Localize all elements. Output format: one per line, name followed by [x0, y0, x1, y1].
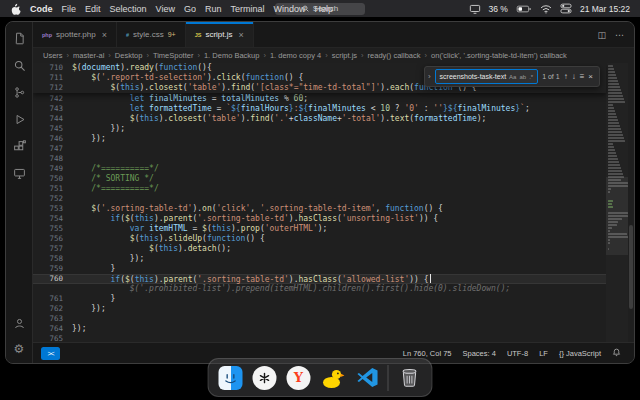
status-encoding[interactable]: UTF-8 [502, 349, 533, 358]
line-number[interactable]: 751 [33, 184, 72, 194]
line-number[interactable]: 746 [33, 134, 72, 144]
line-number[interactable] [33, 284, 72, 294]
dock-vscode-icon[interactable] [354, 365, 380, 391]
account-icon[interactable] [12, 316, 27, 331]
status-indentation[interactable]: Spaces: 4 [458, 349, 501, 358]
wifi-icon[interactable] [540, 4, 552, 14]
run-debug-icon[interactable] [12, 112, 27, 127]
code-line[interactable]: 759 } [33, 264, 606, 274]
line-number[interactable]: 762 [33, 304, 72, 314]
display-icon[interactable] [469, 4, 481, 14]
code-line[interactable]: 743 let formattedTime = `${finalHours}:$… [33, 104, 606, 114]
menu-edit[interactable]: Edit [85, 4, 101, 14]
code-line[interactable]: 757 $(this).detach(); [33, 244, 606, 254]
find-next-icon[interactable]: ↓ [572, 72, 576, 81]
menubar-clock[interactable]: 21 Mar 15:22 [580, 4, 630, 14]
tab-script.js[interactable]: JSscript.js× [186, 22, 254, 47]
line-number[interactable]: 742 [33, 94, 72, 104]
find-previous-icon[interactable]: ↑ [564, 72, 568, 81]
find-input[interactable]: screenshots-task-text Aa ab .* [435, 69, 539, 84]
code-line-ghost[interactable]: $('.prohibited-list').prepend(itemHTML).… [33, 284, 606, 294]
scrollbar-thumb[interactable] [629, 225, 633, 309]
search-icon[interactable] [12, 58, 27, 73]
line-number[interactable]: 710 [33, 63, 72, 73]
code-line[interactable]: 752 [33, 194, 606, 204]
line-number[interactable]: 761 [33, 294, 72, 304]
code-line[interactable]: 745 }); [33, 124, 606, 134]
close-icon[interactable]: × [102, 30, 107, 40]
status-cursor-position[interactable]: Ln 760, Col 75 [398, 349, 457, 358]
line-number[interactable]: 760 [33, 274, 72, 284]
menu-selection[interactable]: Selection [110, 4, 147, 14]
battery-percentage[interactable]: 36 % [489, 4, 508, 14]
status-language[interactable]: {} JavaScript [554, 349, 606, 358]
menu-run[interactable]: Run [205, 4, 222, 14]
split-editor-icon[interactable]: ◫ [597, 30, 606, 40]
control-center-icon[interactable] [560, 3, 572, 14]
settings-gear-icon[interactable]: ⚙ [12, 341, 27, 356]
line-number[interactable]: 764 [33, 324, 72, 334]
line-number[interactable]: 759 [33, 264, 72, 274]
menubar-search-field[interactable]: Search [275, 3, 365, 15]
line-number[interactable]: 754 [33, 214, 72, 224]
line-number[interactable]: 749 [33, 164, 72, 174]
line-number[interactable]: 763 [33, 314, 72, 324]
line-number[interactable]: 755 [33, 224, 72, 234]
line-number[interactable]: 745 [33, 124, 72, 134]
breadcrumb-item[interactable]: 1. demo copy 4 [270, 51, 321, 60]
code-line[interactable]: 751 /*==========*/ [33, 184, 606, 194]
dock-chatgpt-icon[interactable] [252, 365, 278, 391]
menu-view[interactable]: View [156, 4, 175, 14]
code-line[interactable]: 748 [33, 154, 606, 164]
code-line[interactable]: 747 [33, 144, 606, 154]
match-case-icon[interactable]: Aa [509, 74, 516, 80]
minimap[interactable] [606, 63, 628, 342]
code-line[interactable]: 763 [33, 314, 606, 324]
code-line[interactable]: 764}); [33, 324, 606, 334]
breadcrumb-item[interactable]: master-al [73, 51, 104, 60]
close-icon[interactable]: × [588, 72, 593, 81]
remote-indicator[interactable]: >< [41, 347, 60, 360]
dock-finder-icon[interactable] [218, 365, 244, 391]
line-number[interactable]: 712 [33, 83, 72, 93]
line-number[interactable]: 750 [33, 174, 72, 184]
code-line[interactable]: 761 } [33, 294, 606, 304]
find-query[interactable]: screenshots-task-text [440, 73, 507, 80]
remote-explorer-icon[interactable] [12, 166, 27, 181]
line-number[interactable]: 753 [33, 204, 72, 214]
line-number[interactable]: 752 [33, 194, 72, 204]
dock-yandex-browser-icon[interactable]: Y [286, 365, 312, 391]
code-line[interactable]: 750 /* SORTING */ [33, 174, 606, 184]
more-actions-icon[interactable]: ⋯ [615, 30, 624, 40]
code-line[interactable]: 765 [33, 334, 606, 342]
breadcrumb-item[interactable]: ready() callback [368, 51, 421, 60]
apple-menu-icon[interactable] [10, 3, 21, 15]
breadcrumb-item[interactable]: TimeSpotter [153, 51, 194, 60]
line-number[interactable]: 756 [33, 234, 72, 244]
line-number[interactable]: 758 [33, 254, 72, 264]
line-number[interactable]: 711 [33, 73, 72, 83]
code-line[interactable]: 762 }); [33, 304, 606, 314]
code-line[interactable]: 749 /*==========*/ [33, 164, 606, 174]
dock-trash-icon[interactable] [397, 365, 423, 391]
code-line[interactable]: 754 if($(this).parent('.sorting-table-td… [33, 214, 606, 224]
menu-terminal[interactable]: Terminal [230, 4, 264, 14]
notifications-bell-icon[interactable] [607, 348, 626, 359]
toggle-replace-icon[interactable]: › [428, 72, 431, 81]
code-line[interactable]: 756 $(this).slideUp(function() { [33, 234, 606, 244]
tab-spotter.php[interactable]: phpspotter.php× [33, 22, 117, 47]
battery-icon[interactable] [516, 4, 532, 14]
tab-style.css[interactable]: #style.css9+ [117, 22, 186, 47]
line-number[interactable]: 747 [33, 144, 72, 154]
breadcrumb-item[interactable]: Desktop [115, 51, 143, 60]
minimap-slider[interactable] [606, 177, 628, 255]
line-number[interactable]: 744 [33, 114, 72, 124]
breadcrumb-item[interactable]: script.js [332, 51, 357, 60]
code-line[interactable]: 746 }); [33, 134, 606, 144]
code-line[interactable]: 760 if($(this).parent('.sorting-table-td… [33, 274, 606, 284]
regex-icon[interactable]: .* [529, 74, 533, 80]
code-line[interactable]: 753 $('.sorting-table-td').on('click', '… [33, 204, 606, 214]
code-line[interactable]: 742 let finalMinutes = totalMinutes % 60… [33, 94, 606, 104]
status-eol[interactable]: LF [534, 349, 553, 358]
find-in-selection-icon[interactable]: ≡ [580, 72, 585, 81]
